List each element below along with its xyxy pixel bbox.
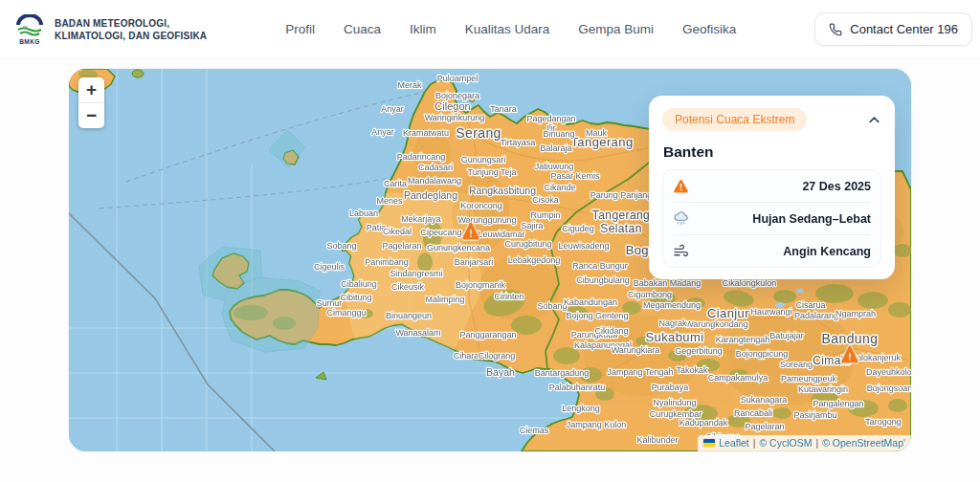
map-place-label: Tunjung Teja	[467, 167, 516, 177]
map-place-label: Cianjur	[707, 306, 749, 320]
warning-icon	[673, 179, 689, 194]
map-place-label: Kadupandak	[679, 418, 728, 427]
nav-item-profil[interactable]: Profil	[285, 22, 315, 36]
zoom-out-button[interactable]: −	[78, 103, 104, 128]
map-place-label: Lengkong	[562, 404, 600, 413]
map-place-label: Cadasari	[418, 163, 453, 172]
map-place-label: Pagedangan	[526, 114, 575, 123]
map-place-label: Rumpin	[530, 210, 560, 220]
map-place-label: Rancabali	[734, 408, 772, 418]
map-place-label: Takokak	[676, 365, 708, 375]
map-place-label: Panggarangan	[459, 330, 516, 340]
map-place-label: Purabaya	[652, 383, 689, 392]
map-place-label: Pagelaran	[382, 241, 421, 251]
map-place-label: Sobang	[537, 301, 567, 311]
chevron-up-icon	[867, 113, 881, 127]
bmkg-name: BADAN METEOROLOGI, KLIMATOLOGI, DAN GEOF…	[55, 17, 207, 42]
map-attribution: Leaflet | © CyclOSM | © OpenStreetMap'	[698, 435, 911, 451]
zoom-in-button[interactable]: +	[78, 77, 104, 103]
nav-item-geofisika[interactable]: Geofisika	[682, 22, 736, 36]
map-place-label: Warunggunung	[457, 215, 516, 225]
contact-center-button[interactable]: Contact Center 196	[814, 12, 972, 46]
map-place-label: Cipeucang	[420, 228, 461, 237]
map-place-label: Cisarua	[795, 300, 825, 310]
wind-icon	[673, 244, 689, 259]
map-place-label: Kabandungan	[564, 297, 617, 307]
openstreetmap-link[interactable]: © OpenStreetMap'	[822, 437, 905, 449]
map-place-label: Carita	[384, 179, 407, 188]
wind-warning-row: Angin Kencang	[673, 235, 871, 267]
nav-item-gempa-bumi[interactable]: Gempa Bumi	[578, 22, 654, 36]
map-place-label: Gunungkencana	[427, 243, 490, 252]
map-place-label: Palabuhanratu	[549, 383, 606, 392]
map-place-label: Pasar Kemis	[550, 171, 600, 181]
collapse-card-button[interactable]	[867, 113, 881, 127]
map-place-label: Jatiuwung	[535, 162, 574, 171]
map-place-label: Wanasalam	[395, 328, 440, 338]
bmkg-logo[interactable]: BMKG BADAN METEOROLOGI, KLIMATOLOGI, DAN…	[13, 14, 207, 45]
map-place-label: Dayeuhkolot	[866, 367, 911, 377]
map-place-label: Megamendung	[643, 300, 701, 310]
map-place-label: Merak	[397, 80, 422, 90]
map-place-label: Pasirjambu	[793, 410, 836, 420]
ukraine-flag-icon	[703, 439, 715, 447]
map-place-label: Cirinten	[494, 292, 523, 301]
map-place-label: Cikidang	[594, 326, 628, 336]
warning-date-row: 27 Des 2025	[673, 170, 871, 203]
map-place-label: Cimanggu	[326, 308, 366, 318]
map-place-label: Parung Panjang	[590, 190, 653, 200]
map-place-label: Kramatwatu	[403, 128, 449, 138]
map-place-label: Padalarang	[794, 311, 838, 320]
nav-item-kualitas-udara[interactable]: Kualitas Udara	[465, 22, 550, 36]
map-place-label: Kutawaringin	[798, 384, 848, 394]
warning-date: 27 Des 2025	[802, 180, 871, 193]
map-place-label: Tanara	[490, 104, 517, 114]
map-place-label: Gunungsari	[461, 155, 506, 164]
map-place-label: Anyar	[381, 104, 404, 114]
map-place-label: Malimping	[425, 295, 464, 304]
cyclosm-link[interactable]: © CyclOSM	[759, 437, 812, 449]
map-place-label: Sobang	[326, 241, 356, 251]
map-place-label: Warungkondang	[685, 319, 748, 329]
extreme-weather-card: Potensi Cuaca Ekstrem Banten 27 Des 2025	[649, 96, 895, 279]
map-place-label: Nagrak	[658, 318, 687, 328]
map-place-label: Leuwisadeng	[558, 241, 609, 251]
map-place-label: Ciemas	[520, 426, 549, 435]
map-place-label: Sindangresmi	[390, 269, 442, 278]
map-place-label: Cikande	[544, 183, 575, 192]
map-place-label: Soreang	[780, 360, 813, 369]
map-place-label: Tangerang	[592, 208, 650, 222]
contact-center-label: Contact Center 196	[850, 22, 958, 36]
attribution-separator: |	[753, 437, 756, 449]
map-place-label: Binuang	[543, 129, 574, 139]
leaflet-link[interactable]: Leaflet	[719, 437, 749, 449]
map-place-label: Ranca Bungur	[572, 261, 628, 271]
rain-warning-row: Hujan Sedang–Lebat	[673, 203, 871, 235]
map-place-label: Bojongsoang	[867, 383, 911, 393]
map-place-label: Tirtayasa	[501, 138, 536, 147]
map-place-label: Sukanagara	[741, 395, 788, 405]
map-place-label: Karangtengah	[716, 335, 770, 344]
map-place-label: Campakamulya	[708, 373, 768, 383]
map-place-label: Gegerbitung	[675, 346, 723, 356]
map-place-label: Lebakgedong	[508, 255, 561, 265]
map-place-label: Pangalengan	[813, 399, 863, 408]
map-place-label: Cilograng	[479, 351, 516, 361]
map-place-label: Bojonegara	[435, 91, 479, 100]
map-place-label: Mandalawang	[408, 176, 461, 186]
nav-item-cuaca[interactable]: Cuaca	[344, 22, 381, 36]
map-zoom-control: + −	[78, 77, 104, 128]
svg-text:!: !	[469, 229, 472, 239]
map-place-label: Babakan Madang	[634, 278, 702, 288]
map-place-label: Cikedal	[383, 227, 412, 236]
warning-details-panel: 27 Des 2025 Hujan Sedang–Lebat	[662, 169, 881, 268]
rain-cloud-icon	[673, 210, 690, 227]
map-place-label: Cikeusik	[391, 282, 425, 292]
bmkg-weather-page: { "header": { "logo": {"line1": "BADAN M…	[0, 0, 980, 482]
map-place-label: Jampang Tengah	[608, 367, 674, 377]
map-place-label: Pagelaran	[745, 422, 784, 431]
bmkg-logo-icon	[14, 14, 45, 37]
map-place-label: Waringinkurung	[425, 113, 485, 122]
svg-text:!: !	[848, 352, 851, 362]
nav-item-iklim[interactable]: Iklim	[410, 22, 436, 36]
